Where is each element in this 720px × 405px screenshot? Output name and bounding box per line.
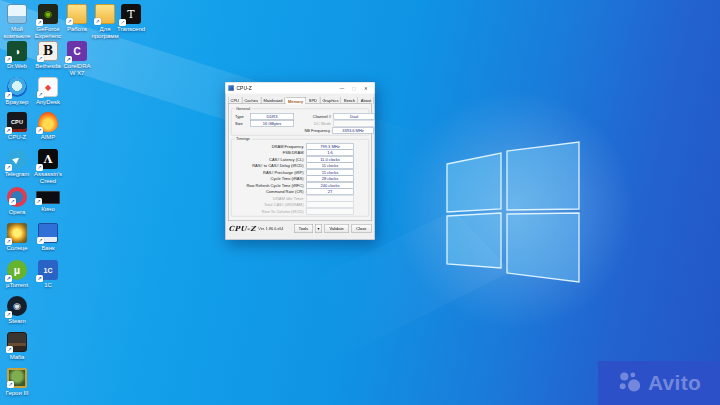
window-title: CPU-Z — [237, 85, 252, 91]
windows-logo — [445, 140, 583, 284]
title-bar[interactable]: CPU-Z — ▢ ✕ — [226, 83, 375, 94]
icon-label: 1С — [33, 282, 63, 289]
dc-mode-value — [334, 120, 375, 127]
icon-label: Assassin's Creed — [33, 171, 63, 184]
sun-picture-icon — [7, 223, 27, 243]
general-groupbox: General Type DDR3 Channel # Dual Size 16… — [231, 109, 369, 136]
desktop-icon-bank[interactable]: Банк — [33, 223, 63, 252]
avito-logo-icon — [617, 370, 643, 396]
nb-frequency-value: 3393.6 MHz — [333, 127, 374, 134]
telegram-icon: ▶ — [7, 149, 27, 169]
maximize-button[interactable]: ▢ — [348, 83, 360, 93]
cpuz-logo: CPU-Z — [229, 225, 256, 233]
transcend-icon: T — [121, 4, 141, 24]
channel-value: Dual — [334, 113, 375, 120]
desktop-icon-kino[interactable]: Кино — [33, 187, 63, 213]
desktop-icon-geforce[interactable]: ◉ GeForce Experience — [33, 4, 63, 46]
tab-bar: CPU Caches Mainboard Memory SPD Graphics… — [226, 94, 375, 105]
desktop-icon-utorrent[interactable]: µ µTorrent — [2, 260, 32, 289]
icon-label: Работа — [62, 26, 92, 33]
aimp-icon — [38, 112, 58, 132]
mafia-icon — [7, 332, 27, 352]
icon-label: Кино — [33, 206, 63, 213]
icon-label: CorelDRAW X7 — [62, 63, 92, 76]
desktop-icon-bethesda[interactable]: B Bethesda — [33, 41, 63, 70]
bethesda-icon: B — [38, 41, 58, 61]
close-button[interactable]: ✕ — [360, 83, 372, 93]
cpuz-app-icon — [228, 85, 234, 91]
1c-icon: 1С — [38, 260, 58, 280]
timing-row-disabled: Row To Column (tRCD) — [234, 208, 367, 215]
icon-label: Герои III — [2, 390, 32, 397]
cpuz-icon: CPU — [7, 112, 27, 132]
channel-label: Channel # — [299, 114, 334, 119]
bank-icon — [38, 223, 58, 243]
assassins-creed-icon: Λ — [38, 149, 58, 169]
steam-icon: ◉ — [7, 296, 27, 316]
version-text: Ver. 1.86.0.x64 — [258, 226, 283, 231]
drweb-icon: ◑ — [7, 41, 27, 61]
size-value: 16 GBytes — [250, 120, 294, 127]
folder-icon — [67, 4, 87, 24]
icon-label: AIMP — [33, 134, 63, 141]
icon-label: µTorrent — [2, 282, 32, 289]
avito-text: Avito — [648, 371, 701, 395]
tools-dropdown-button[interactable]: ▾ — [315, 224, 322, 233]
nb-frequency-label: NB Frequency — [298, 128, 333, 133]
desktop-icon-drweb[interactable]: ◑ Dr.Web — [2, 41, 32, 70]
geforce-icon: ◉ — [38, 4, 58, 24]
minimize-button[interactable]: — — [336, 83, 348, 93]
type-value: DDR3 — [250, 113, 294, 120]
desktop-icon-anydesk[interactable]: ◆ AnyDesk — [33, 77, 63, 106]
avito-watermark: Avito — [598, 361, 720, 405]
browser-icon — [7, 77, 27, 97]
icon-label: Солнце — [2, 245, 32, 252]
anydesk-icon: ◆ — [38, 77, 58, 97]
validate-button[interactable]: Validate — [325, 224, 349, 233]
icon-label: Mafia — [2, 354, 32, 361]
icon-label: Telegram — [2, 171, 32, 178]
icon-label: Браузер — [2, 99, 32, 106]
memory-tab-pane: General Type DDR3 Channel # Dual Size 16… — [228, 104, 372, 222]
desktop-icon-transcend[interactable]: T Transcend — [116, 4, 146, 33]
my-computer-icon — [7, 4, 27, 24]
desktop-icon-browser[interactable]: Браузер — [2, 77, 32, 106]
desktop-icon-aimp[interactable]: AIMP — [33, 112, 63, 141]
folder-icon — [95, 4, 115, 24]
desktop-icon-my-computer[interactable]: Мой компьютер — [2, 4, 32, 46]
icon-label: Transcend — [116, 26, 146, 33]
cpuz-window: CPU-Z — ▢ ✕ CPU Caches Mainboard Memory … — [225, 82, 375, 240]
icon-label: CPU-Z — [2, 134, 32, 141]
desktop-icon-assassins-creed[interactable]: Λ Assassin's Creed — [33, 149, 63, 184]
desktop-icon-mafia[interactable]: Mafia — [2, 332, 32, 361]
desktop-icon-folder-work[interactable]: Работа — [62, 4, 92, 33]
desktop-icon-1c[interactable]: 1С 1С — [33, 260, 63, 289]
icon-label: AnyDesk — [33, 99, 63, 106]
coreldraw-icon: C — [67, 41, 87, 61]
opera-icon — [7, 187, 27, 207]
desktop-icon-heroes[interactable]: Герои III — [2, 368, 32, 397]
desktop-icon-opera[interactable]: Opera — [2, 187, 32, 216]
icon-label: Dr.Web — [2, 63, 32, 70]
desktop-icon-sun[interactable]: Солнце — [2, 223, 32, 252]
icon-label: Opera — [2, 209, 32, 216]
desktop-icon-telegram[interactable]: ▶ Telegram — [2, 149, 32, 178]
desktop-icon-coreldraw[interactable]: C CorelDRAW X7 — [62, 41, 92, 76]
timings-groupbox: Timings DRAM Frequency799.3 MHz FSB:DRAM… — [231, 139, 369, 217]
heroes-icon — [7, 368, 27, 388]
utorrent-icon: µ — [7, 260, 27, 280]
size-label: Size — [234, 121, 251, 126]
dc-mode-label: DC Mode — [299, 121, 334, 126]
timings-legend: Timings — [235, 137, 252, 142]
desktop-icon-cpuz[interactable]: CPU CPU-Z — [2, 112, 32, 141]
tab-memory[interactable]: Memory — [285, 97, 305, 105]
close-dialog-button[interactable]: Close — [351, 224, 371, 233]
icon-label: Bethesda — [33, 63, 63, 70]
type-label: Type — [234, 114, 251, 119]
footer-bar: CPU-Z Ver. 1.86.0.x64 Tools ▾ Validate C… — [226, 221, 375, 233]
general-legend: General — [235, 106, 252, 111]
tools-button[interactable]: Tools — [294, 224, 313, 233]
desktop-icon-steam[interactable]: ◉ Steam — [2, 296, 32, 325]
icon-label: Банк — [33, 245, 63, 252]
icon-label: Steam — [2, 318, 32, 325]
